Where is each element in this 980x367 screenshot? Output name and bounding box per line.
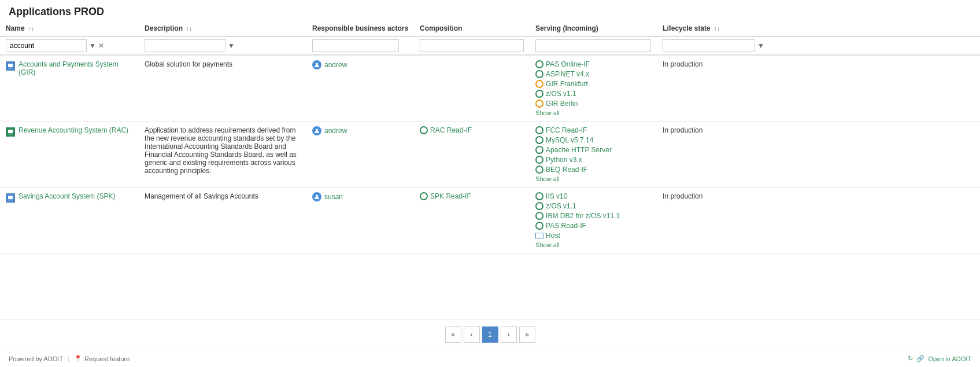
- composition-filter-input[interactable]: [420, 39, 524, 52]
- serving-link[interactable]: FCC Read-IF: [546, 126, 587, 134]
- lifecycle-badge-gir: In production: [663, 60, 702, 68]
- filter-lifecycle-cell: ▼: [657, 36, 980, 55]
- description-filter-input[interactable]: [145, 39, 225, 52]
- footer-left: Powered by ADOIT | 📍 Request feature: [9, 355, 130, 362]
- serving-icon: [535, 100, 543, 108]
- serving-link[interactable]: PAS Online-IF: [546, 60, 590, 68]
- col-header-serving: Serving (Incoming): [530, 21, 657, 36]
- current-page-button[interactable]: 1: [482, 326, 498, 343]
- person-link-andrew-gir[interactable]: andrew: [324, 61, 347, 69]
- serving-link[interactable]: BEQ Read-IF: [546, 166, 587, 174]
- lifecycle-filter-icon[interactable]: ▼: [757, 42, 764, 50]
- app-icon-rac: [6, 127, 15, 137]
- col-header-lifecycle[interactable]: Lifecycle state ↑↓: [657, 21, 980, 36]
- serving-filter-input[interactable]: [535, 39, 651, 52]
- show-all-link-spk[interactable]: Show all: [535, 241, 651, 248]
- serving-link[interactable]: GIR Frankfurt: [546, 80, 588, 88]
- app-lifecycle-rac: In production: [657, 122, 980, 188]
- app-serving-rac: FCC Read-IF MySQL v5.7.14 Apache HTTP Se…: [530, 122, 657, 188]
- serving-link[interactable]: PAS Read-IF: [546, 222, 586, 230]
- comp-icon-spk: [420, 192, 428, 200]
- col-header-description[interactable]: Description ↑↓: [139, 21, 306, 36]
- app-desc-spk: Management of all Savings Accounts: [139, 188, 306, 254]
- first-page-button[interactable]: «: [445, 326, 461, 343]
- col-header-responsible: Responsible business actors: [306, 21, 414, 36]
- serving-icon: [535, 202, 543, 210]
- filter-row: ▼ ✕ ▼: [0, 36, 980, 55]
- filter-desc-cell: ▼: [139, 36, 306, 55]
- serving-link[interactable]: MySQL v5.7.14: [546, 136, 593, 144]
- last-page-button[interactable]: »: [519, 326, 535, 343]
- comp-icon-rac: [420, 126, 428, 134]
- filter-comp-cell: [414, 36, 530, 55]
- svg-rect-6: [8, 196, 13, 199]
- serving-link[interactable]: Python v3.x: [546, 156, 582, 164]
- app-resp-spk: susan: [306, 188, 414, 254]
- col-header-name[interactable]: Name ↑↓: [0, 21, 139, 36]
- show-all-link-rac[interactable]: Show all: [535, 175, 651, 182]
- app-link-spk[interactable]: Savings Account System (SPK): [19, 192, 115, 200]
- col-header-composition: Composition: [414, 21, 530, 36]
- serving-icon: [535, 60, 543, 68]
- prev-page-button[interactable]: ‹: [464, 326, 480, 343]
- serving-link[interactable]: Host: [546, 232, 560, 240]
- desc-filter-icon[interactable]: ▼: [228, 42, 235, 50]
- name-filter-input[interactable]: [6, 39, 87, 52]
- serving-link[interactable]: IBM DB2 for z/OS v11.1: [546, 212, 620, 220]
- table-container: Name ↑↓ Description ↑↓ Responsible busin…: [0, 21, 980, 319]
- person-link-andrew-rac[interactable]: andrew: [324, 127, 347, 135]
- serving-link[interactable]: Apache HTTP Server: [546, 146, 612, 154]
- filter-name-cell: ▼ ✕: [0, 36, 139, 55]
- serving-link[interactable]: z/OS v1.1: [546, 202, 576, 210]
- lifecycle-filter-input[interactable]: [663, 39, 755, 52]
- name-sort-icon[interactable]: ↑↓: [28, 25, 34, 32]
- refresh-icon[interactable]: ↻: [908, 355, 913, 362]
- show-all-link-gir[interactable]: Show all: [535, 109, 651, 116]
- next-page-button[interactable]: ›: [501, 326, 517, 343]
- serving-icon: [535, 90, 543, 98]
- app-link-gir[interactable]: Accounts and Payments System (GIR): [19, 60, 133, 76]
- lifecycle-badge-spk: In production: [663, 192, 702, 200]
- app-icon-spk: [6, 193, 15, 203]
- app-name-cell-rac: Revenue Accounting System (RAC): [0, 122, 139, 188]
- app-lifecycle-spk: In production: [657, 188, 980, 254]
- app-icon-gir: [6, 61, 15, 71]
- person-link-susan[interactable]: susan: [324, 193, 343, 201]
- serving-icon: [535, 222, 543, 230]
- person-icon-susan: [312, 192, 321, 201]
- serving-link[interactable]: ASP.NET v4.x: [546, 70, 589, 78]
- serving-icon: [535, 146, 543, 154]
- serving-icon: [535, 166, 543, 174]
- serving-icon: [535, 70, 543, 78]
- filter-serving-cell: [530, 36, 657, 55]
- comp-link-spk[interactable]: SPK Read-IF: [430, 192, 471, 200]
- app-serving-spk: IIS v10 z/OS v1.1 IBM DB2 for z/OS v11.1: [530, 188, 657, 254]
- serving-link[interactable]: GIR Berlin: [546, 100, 578, 108]
- svg-rect-4: [8, 134, 13, 134]
- table-row: Savings Account System (SPK) Management …: [0, 188, 980, 254]
- responsible-filter-input[interactable]: [312, 39, 399, 52]
- app-name-cell-spk: Savings Account System (SPK): [0, 188, 139, 254]
- serving-link[interactable]: IIS v10: [546, 192, 567, 200]
- serving-link[interactable]: z/OS v1.1: [546, 90, 576, 98]
- name-clear-filter-icon[interactable]: ✕: [98, 42, 104, 50]
- serving-icon: [535, 80, 543, 88]
- powered-by-text: Powered by ADOIT: [9, 355, 63, 362]
- open-adoit-link[interactable]: Open in ADOIT: [928, 355, 971, 362]
- svg-point-5: [316, 129, 318, 131]
- footer: Powered by ADOIT | 📍 Request feature ↻ 🔗…: [0, 350, 980, 367]
- app-resp-rac: andrew: [306, 122, 414, 188]
- app-link-rac[interactable]: Revenue Accounting System (RAC): [19, 126, 128, 134]
- request-feature-link[interactable]: Request feature: [84, 355, 130, 362]
- location-pin-icon: 📍: [74, 355, 82, 362]
- svg-rect-1: [8, 68, 13, 68]
- header: Applications PROD: [0, 0, 980, 21]
- comp-link-rac[interactable]: RAC Read-IF: [430, 126, 472, 134]
- app-comp-rac: RAC Read-IF: [414, 122, 530, 188]
- name-filter-icon[interactable]: ▼: [89, 42, 96, 50]
- person-icon-andrew-gir: [312, 60, 321, 69]
- svg-rect-3: [8, 130, 13, 133]
- filter-resp-cell: [306, 36, 414, 55]
- lifecycle-sort-icon[interactable]: ↑↓: [714, 25, 720, 32]
- description-sort-icon[interactable]: ↑↓: [186, 25, 192, 32]
